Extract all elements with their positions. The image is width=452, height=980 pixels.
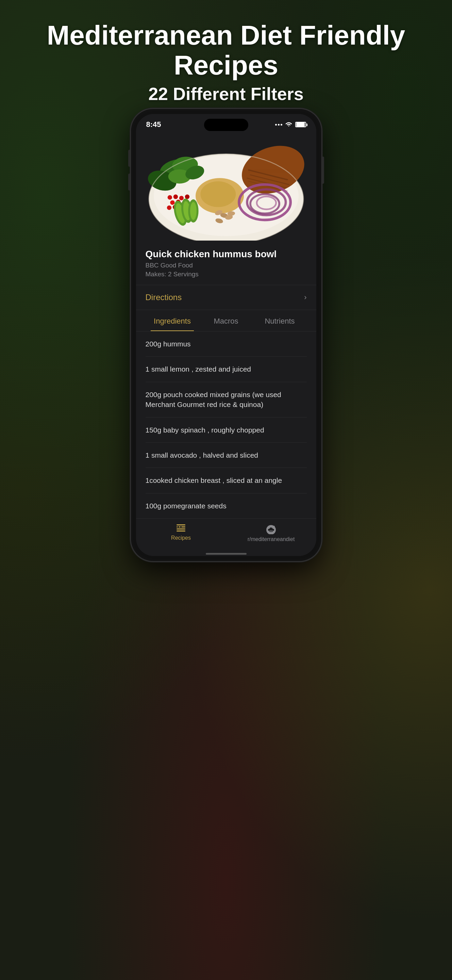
svg-point-21 bbox=[167, 205, 171, 210]
tabs-container: Ingredients Macros Nutrients bbox=[136, 310, 316, 331]
hero-section: Mediterranean Diet Friendly Recipes 22 D… bbox=[0, 21, 452, 104]
ingredient-item: 150g baby spinach , roughly chopped bbox=[146, 417, 307, 443]
recipes-nav-icon bbox=[175, 524, 187, 533]
status-time: 8:45 bbox=[146, 120, 161, 129]
nav-item-recipes[interactable]: Recipes bbox=[136, 524, 226, 542]
directions-row[interactable]: Directions › bbox=[136, 285, 316, 310]
recipe-source: BBC Good Food bbox=[146, 262, 307, 269]
tab-nutrients[interactable]: Nutrients bbox=[253, 310, 307, 331]
ingredient-item: 100g pomegranate seeds bbox=[146, 493, 307, 518]
svg-rect-42 bbox=[179, 527, 181, 527]
phone-mockup: 8:45 bbox=[131, 109, 321, 561]
svg-point-50 bbox=[272, 529, 274, 531]
recipe-image bbox=[136, 132, 316, 240]
signal-dots-icon bbox=[275, 124, 282, 126]
tab-ingredients[interactable]: Ingredients bbox=[146, 310, 199, 331]
phone-screen: 8:45 bbox=[136, 114, 316, 556]
recipe-bowl-svg bbox=[136, 132, 316, 240]
directions-label: Directions bbox=[146, 293, 182, 302]
tab-macros[interactable]: Macros bbox=[199, 310, 253, 331]
recipe-title: Quick chicken hummus bowl bbox=[146, 249, 307, 259]
ingredient-item: 1cooked chicken breast , sliced at an an… bbox=[146, 468, 307, 493]
status-bar: 8:45 bbox=[136, 114, 316, 132]
ingredient-item: 1 small avocado , halved and sliced bbox=[146, 443, 307, 468]
svg-rect-41 bbox=[176, 524, 186, 525]
dynamic-island bbox=[204, 119, 248, 131]
ingredient-item: 1 small lemon , zested and juiced bbox=[146, 356, 307, 382]
phone-frame: 8:45 bbox=[131, 109, 321, 561]
bottom-nav: Recipes r/mediterraneandiet bbox=[136, 518, 316, 553]
recipe-info: Quick chicken hummus bowl BBC Good Food … bbox=[136, 240, 316, 285]
home-bar bbox=[206, 553, 247, 555]
svg-point-15 bbox=[173, 195, 178, 199]
svg-rect-45 bbox=[176, 528, 186, 530]
svg-point-14 bbox=[167, 195, 172, 200]
directions-chevron-icon: › bbox=[304, 293, 306, 302]
ingredients-list: 200g hummus 1 small lemon , zested and j… bbox=[136, 331, 316, 518]
nav-item-reddit[interactable]: r/mediterraneandiet bbox=[226, 524, 316, 542]
svg-point-30 bbox=[190, 202, 197, 220]
status-icons bbox=[275, 122, 306, 127]
svg-point-8 bbox=[200, 181, 236, 207]
battery-icon bbox=[295, 122, 306, 127]
ingredient-item: 200g pouch cooked mixed grains (we used … bbox=[146, 382, 307, 417]
svg-point-18 bbox=[170, 200, 174, 205]
reddit-nav-icon bbox=[265, 524, 277, 534]
ingredient-item: 200g hummus bbox=[146, 331, 307, 356]
svg-point-49 bbox=[268, 529, 270, 531]
wifi-icon bbox=[285, 122, 292, 127]
svg-rect-44 bbox=[176, 527, 178, 527]
nav-label-recipes: Recipes bbox=[171, 535, 191, 541]
hero-subtitle: 22 Different Filters bbox=[0, 84, 452, 104]
svg-rect-43 bbox=[181, 527, 186, 527]
home-indicator bbox=[136, 553, 316, 556]
svg-point-16 bbox=[179, 196, 183, 200]
hero-title: Mediterranean Diet Friendly Recipes bbox=[0, 21, 452, 80]
svg-rect-46 bbox=[176, 530, 186, 531]
svg-point-17 bbox=[185, 195, 189, 199]
recipe-servings: Makes: 2 Servings bbox=[146, 270, 307, 278]
nav-label-reddit: r/mediterraneandiet bbox=[247, 536, 295, 542]
